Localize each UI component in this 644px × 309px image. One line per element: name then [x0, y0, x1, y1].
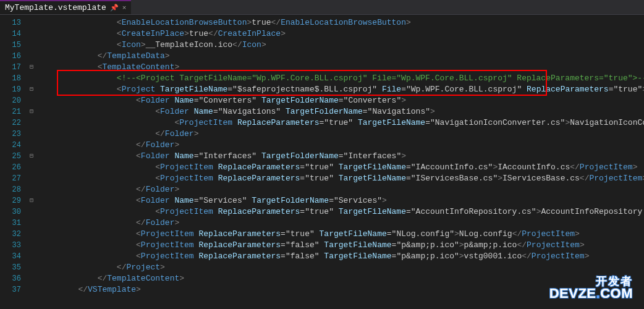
fold-toggle: [26, 95, 37, 106]
fold-toggle: [26, 17, 37, 28]
fold-toggle[interactable]: ⊟: [26, 62, 37, 73]
fold-toggle: [26, 173, 37, 184]
code-line[interactable]: </Folder>: [40, 140, 644, 151]
code-line[interactable]: </Folder>: [40, 184, 644, 195]
fold-toggle[interactable]: ⊟: [26, 84, 37, 95]
line-number: 17: [0, 62, 21, 73]
code-line[interactable]: </Folder>: [40, 218, 644, 229]
fold-toggle: [26, 51, 37, 62]
line-number: 33: [0, 240, 21, 251]
fold-toggle: [26, 273, 37, 284]
line-number: 14: [0, 28, 21, 40]
fold-toggle: [26, 28, 37, 40]
file-tab[interactable]: MyTemplate.vstemplate 📌 ×: [0, 0, 131, 14]
code-line[interactable]: <Folder Name="Interfaces" TargetFolderNa…: [40, 151, 644, 162]
fold-toggle: [26, 262, 37, 273]
code-line[interactable]: <Icon>__TemplateIcon.ico</Icon>: [40, 40, 644, 51]
fold-toggle: [26, 40, 37, 51]
fold-toggle: [26, 218, 37, 229]
code-line[interactable]: <ProjectItem ReplaceParameters="true" Ta…: [40, 117, 644, 129]
fold-toggle: [26, 162, 37, 173]
line-number: 30: [0, 206, 21, 218]
code-line[interactable]: <ProjectItem ReplaceParameters="false" T…: [40, 251, 644, 262]
line-number: 26: [0, 162, 21, 173]
line-number: 25: [0, 151, 21, 162]
line-number: 19: [0, 84, 21, 95]
line-number: 20: [0, 95, 21, 106]
code-line[interactable]: <ProjectItem ReplaceParameters="true" Ta…: [40, 206, 644, 218]
fold-toggle[interactable]: ⊟: [26, 195, 37, 206]
fold-toggle: [26, 240, 37, 251]
line-number: 32: [0, 229, 21, 240]
fold-toggle: [26, 73, 37, 84]
line-number: 29: [0, 195, 21, 206]
fold-toggle: [26, 117, 37, 129]
close-icon[interactable]: ×: [122, 4, 127, 12]
code-line[interactable]: <TemplateContent>: [40, 62, 644, 73]
fold-toggle: [26, 129, 37, 140]
editor: 1314151617181920212223242526272829303132…: [0, 15, 644, 309]
line-number: 24: [0, 140, 21, 151]
code-line[interactable]: <Folder Name="Navigations" TargetFolderN…: [40, 106, 644, 117]
code-line[interactable]: <ProjectItem ReplaceParameters="true" Ta…: [40, 229, 644, 240]
line-number: 13: [0, 17, 21, 28]
code-area[interactable]: <EnableLocationBrowseButton>true</Enable…: [37, 15, 644, 309]
fold-toggle: [26, 251, 37, 262]
code-line[interactable]: </Folder>: [40, 129, 644, 140]
line-number-gutter: 1314151617181920212223242526272829303132…: [0, 15, 26, 309]
code-line[interactable]: <Folder Name="Converters" TargetFolderNa…: [40, 95, 644, 106]
fold-toggle: [26, 229, 37, 240]
fold-toggle: [26, 284, 37, 295]
line-number: 28: [0, 184, 21, 195]
code-line[interactable]: <!--<Project TargetFileName="Wp.WPF.Core…: [40, 73, 644, 84]
fold-toggle: [26, 184, 37, 195]
line-number: 31: [0, 218, 21, 229]
code-line[interactable]: </VSTemplate>: [40, 284, 644, 295]
code-line[interactable]: </TemplateContent>: [40, 273, 644, 284]
line-number: 36: [0, 273, 21, 284]
line-number: 16: [0, 51, 21, 62]
line-number: 37: [0, 284, 21, 295]
fold-toggle[interactable]: ⊟: [26, 106, 37, 117]
code-line[interactable]: <Project TargetFileName="$safeprojectnam…: [40, 84, 644, 95]
pin-icon[interactable]: 📌: [110, 4, 119, 12]
code-line[interactable]: </Project>: [40, 262, 644, 273]
line-number: 15: [0, 40, 21, 51]
code-line[interactable]: <Folder Name="Services" TargetFolderName…: [40, 195, 644, 206]
fold-column[interactable]: ⊟⊟⊟⊟⊟: [26, 15, 37, 309]
line-number: 27: [0, 173, 21, 184]
line-number: 23: [0, 129, 21, 140]
fold-toggle[interactable]: ⊟: [26, 151, 37, 162]
code-line[interactable]: <ProjectItem ReplaceParameters="true" Ta…: [40, 173, 644, 184]
tab-title: MyTemplate.vstemplate: [5, 3, 106, 12]
tab-bar: MyTemplate.vstemplate 📌 ×: [0, 0, 644, 15]
line-number: 21: [0, 106, 21, 117]
fold-toggle: [26, 140, 37, 151]
code-line[interactable]: <ProjectItem ReplaceParameters="true" Ta…: [40, 162, 644, 173]
code-line[interactable]: <ProjectItem ReplaceParameters="false" T…: [40, 240, 644, 251]
line-number: 35: [0, 262, 21, 273]
code-line[interactable]: </TemplateData>: [40, 51, 644, 62]
line-number: 34: [0, 251, 21, 262]
code-line[interactable]: <CreateInPlace>true</CreateInPlace>: [40, 28, 644, 40]
code-line[interactable]: <EnableLocationBrowseButton>true</Enable…: [40, 17, 644, 28]
line-number: 22: [0, 117, 21, 129]
line-number: 18: [0, 73, 21, 84]
fold-toggle: [26, 206, 37, 218]
